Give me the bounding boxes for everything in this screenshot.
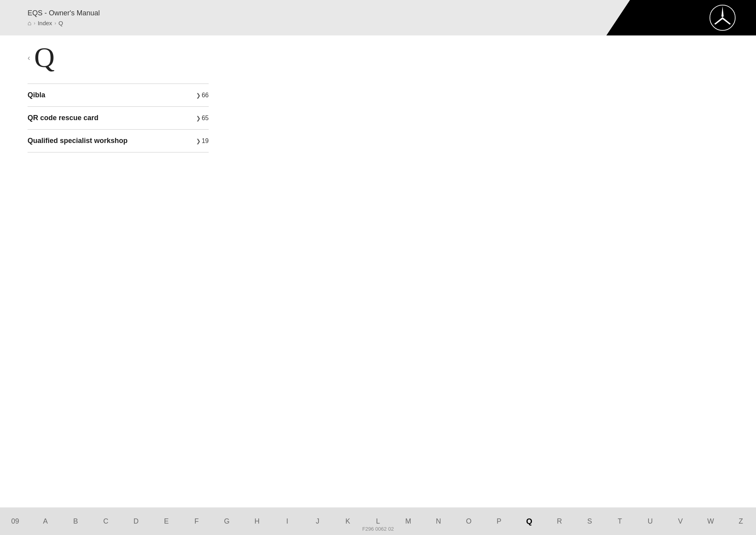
nav-item-w[interactable]: W [695, 507, 726, 535]
breadcrumb: ⌂ › Index › Q [28, 20, 100, 27]
entry-page-qualified-workshop: ❯ 19 [196, 137, 209, 145]
mercedes-logo [709, 4, 736, 32]
breadcrumb-current: Q [58, 20, 63, 26]
index-entry-qibla[interactable]: Qibla ❯ 66 [28, 84, 209, 107]
nav-item-u[interactable]: U [635, 507, 665, 535]
nav-item-m[interactable]: M [393, 507, 423, 535]
nav-item-s[interactable]: S [574, 507, 605, 535]
entry-page-qibla: ❯ 66 [196, 92, 209, 99]
home-icon[interactable]: ⌂ [28, 20, 32, 27]
letter-heading-row: ‹ Q [28, 43, 728, 72]
index-list: Qibla ❯ 66 QR code rescue card ❯ 65 Qual… [28, 84, 209, 152]
header-left: EQS - Owner's Manual ⌂ › Index › Q [0, 9, 100, 27]
svg-marker-2 [723, 17, 731, 25]
breadcrumb-sep-2: › [54, 20, 56, 26]
nav-item-h[interactable]: H [242, 507, 272, 535]
nav-item-v[interactable]: V [665, 507, 696, 535]
nav-item-j[interactable]: J [302, 507, 333, 535]
entry-page-qr-code: ❯ 65 [196, 115, 209, 122]
nav-item-e[interactable]: E [151, 507, 182, 535]
breadcrumb-index[interactable]: Index [38, 20, 52, 26]
main-content: ‹ Q Qibla ❯ 66 QR code rescue card ❯ 65 … [28, 43, 728, 152]
index-letter: Q [34, 43, 55, 72]
manual-title: EQS - Owner's Manual [28, 9, 100, 17]
nav-item-l[interactable]: L [363, 507, 393, 535]
entry-label-qualified-workshop: Qualified specialist workshop [28, 137, 128, 145]
nav-item-c[interactable]: C [91, 507, 121, 535]
nav-item-d[interactable]: D [121, 507, 151, 535]
nav-item-t[interactable]: T [605, 507, 635, 535]
nav-item-q[interactable]: Q [514, 507, 545, 535]
page-arrow-icon: ❯ [196, 92, 201, 98]
index-entry-qualified-workshop[interactable]: Qualified specialist workshop ❯ 19 [28, 130, 209, 152]
svg-marker-1 [721, 6, 724, 17]
breadcrumb-sep-1: › [34, 20, 35, 26]
nav-item-a[interactable]: A [30, 507, 61, 535]
page-arrow-icon-3: ❯ [196, 138, 201, 144]
nav-item-09[interactable]: 09 [0, 507, 30, 535]
nav-item-f[interactable]: F [182, 507, 212, 535]
nav-item-z[interactable]: Z [726, 507, 756, 535]
nav-item-g[interactable]: G [212, 507, 242, 535]
svg-marker-3 [714, 17, 723, 25]
nav-item-k[interactable]: K [333, 507, 363, 535]
entry-label-qr-code: QR code rescue card [28, 114, 98, 122]
nav-item-p[interactable]: P [484, 507, 514, 535]
back-arrow[interactable]: ‹ [28, 53, 30, 62]
header: EQS - Owner's Manual ⌂ › Index › Q [0, 0, 756, 35]
index-entry-qr-code[interactable]: QR code rescue card ❯ 65 [28, 107, 209, 130]
entry-label-qibla: Qibla [28, 91, 45, 99]
nav-item-n[interactable]: N [423, 507, 454, 535]
header-logo-area [606, 0, 756, 35]
bottom-nav: 09 A B C D E F G H I J K L M N O P Q R S… [0, 507, 756, 535]
nav-item-r[interactable]: R [544, 507, 574, 535]
nav-item-i[interactable]: I [272, 507, 302, 535]
nav-item-o[interactable]: O [454, 507, 484, 535]
nav-item-b[interactable]: B [61, 507, 91, 535]
page-arrow-icon-2: ❯ [196, 115, 201, 121]
